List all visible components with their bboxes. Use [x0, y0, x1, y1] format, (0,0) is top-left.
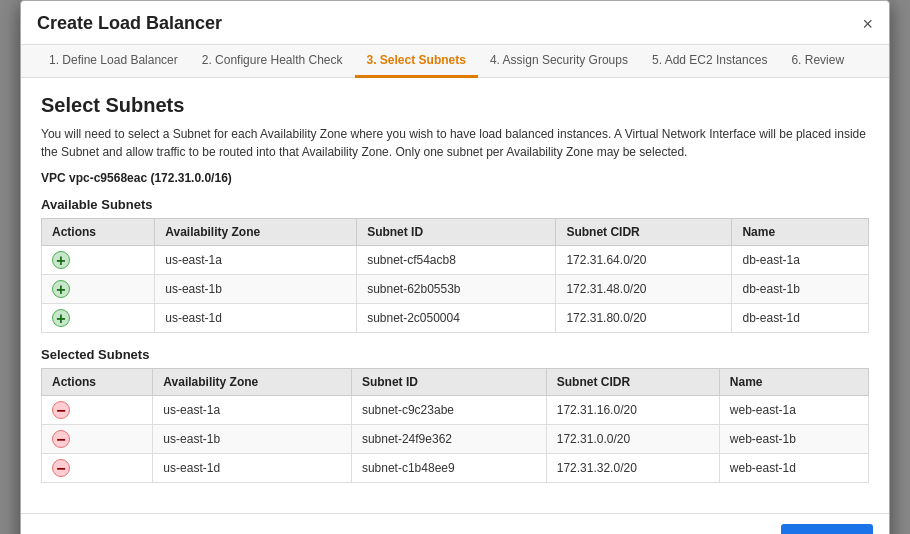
close-button[interactable]: × — [862, 15, 873, 33]
remove-subnet-1-button[interactable]: − — [52, 401, 70, 419]
available-az-2: us-east-1b — [155, 275, 357, 304]
tab-configure-health-check[interactable]: 2. Configure Health Check — [190, 45, 355, 78]
available-col-name: Name — [732, 219, 869, 246]
selected-col-name: Name — [719, 369, 868, 396]
modal-footer: Back Continue — [21, 513, 889, 534]
available-cidr-1: 172.31.64.0/20 — [556, 246, 732, 275]
selected-subnet-id-2: subnet-24f9e362 — [351, 425, 546, 454]
remove-subnet-2-button[interactable]: − — [52, 430, 70, 448]
page-title: Select Subnets — [41, 94, 869, 117]
available-col-subnet-id: Subnet ID — [357, 219, 556, 246]
selected-cidr-3: 172.31.32.0/20 — [546, 454, 719, 483]
page-description: You will need to select a Subnet for eac… — [41, 125, 869, 161]
available-cidr-3: 172.31.80.0/20 — [556, 304, 732, 333]
selected-az-1: us-east-1a — [153, 396, 352, 425]
selected-col-cidr: Subnet CIDR — [546, 369, 719, 396]
modal-body: Select Subnets You will need to select a… — [21, 78, 889, 513]
available-name-2: db-east-1b — [732, 275, 869, 304]
add-subnet-2-button[interactable]: + — [52, 280, 70, 298]
selected-row-1: − us-east-1a subnet-c9c23abe 172.31.16.0… — [42, 396, 869, 425]
continue-button[interactable]: Continue — [781, 524, 873, 534]
available-subnets-table: Actions Availability Zone Subnet ID Subn… — [41, 218, 869, 333]
selected-name-3: web-east-1d — [719, 454, 868, 483]
tab-review[interactable]: 6. Review — [779, 45, 856, 78]
available-subnet-id-2: subnet-62b0553b — [357, 275, 556, 304]
selected-az-3: us-east-1d — [153, 454, 352, 483]
available-col-az: Availability Zone — [155, 219, 357, 246]
selected-az-2: us-east-1b — [153, 425, 352, 454]
selected-row-3: − us-east-1d subnet-c1b48ee9 172.31.32.0… — [42, 454, 869, 483]
available-subnet-id-1: subnet-cf54acb8 — [357, 246, 556, 275]
tab-define-load-balancer[interactable]: 1. Define Load Balancer — [37, 45, 190, 78]
vpc-label: VPC vpc-c9568eac (172.31.0.0/16) — [41, 171, 869, 185]
available-row-3: + us-east-1d subnet-2c050004 172.31.80.0… — [42, 304, 869, 333]
available-cidr-2: 172.31.48.0/20 — [556, 275, 732, 304]
available-name-1: db-east-1a — [732, 246, 869, 275]
modal-header: Create Load Balancer × — [21, 1, 889, 45]
selected-subnet-id-1: subnet-c9c23abe — [351, 396, 546, 425]
create-load-balancer-modal: Create Load Balancer × 1. Define Load Ba… — [20, 0, 890, 534]
back-button[interactable]: Back — [724, 525, 773, 534]
available-row-2: + us-east-1b subnet-62b0553b 172.31.48.0… — [42, 275, 869, 304]
selected-name-1: web-east-1a — [719, 396, 868, 425]
available-subnets-title: Available Subnets — [41, 197, 869, 212]
available-az-1: us-east-1a — [155, 246, 357, 275]
selected-row-2: − us-east-1b subnet-24f9e362 172.31.0.0/… — [42, 425, 869, 454]
available-name-3: db-east-1d — [732, 304, 869, 333]
selected-col-az: Availability Zone — [153, 369, 352, 396]
add-subnet-1-button[interactable]: + — [52, 251, 70, 269]
selected-col-subnet-id: Subnet ID — [351, 369, 546, 396]
selected-name-2: web-east-1b — [719, 425, 868, 454]
available-col-actions: Actions — [42, 219, 155, 246]
tab-assign-security-groups[interactable]: 4. Assign Security Groups — [478, 45, 640, 78]
selected-cidr-1: 172.31.16.0/20 — [546, 396, 719, 425]
modal-title: Create Load Balancer — [37, 13, 222, 34]
selected-col-actions: Actions — [42, 369, 153, 396]
selected-subnet-id-3: subnet-c1b48ee9 — [351, 454, 546, 483]
selected-subnets-table: Actions Availability Zone Subnet ID Subn… — [41, 368, 869, 483]
tab-add-ec2-instances[interactable]: 5. Add EC2 Instances — [640, 45, 779, 78]
tab-bar: 1. Define Load Balancer 2. Configure Hea… — [21, 45, 889, 78]
selected-subnets-title: Selected Subnets — [41, 347, 869, 362]
remove-subnet-3-button[interactable]: − — [52, 459, 70, 477]
available-az-3: us-east-1d — [155, 304, 357, 333]
available-col-cidr: Subnet CIDR — [556, 219, 732, 246]
selected-cidr-2: 172.31.0.0/20 — [546, 425, 719, 454]
tab-select-subnets[interactable]: 3. Select Subnets — [355, 45, 478, 78]
available-subnet-id-3: subnet-2c050004 — [357, 304, 556, 333]
add-subnet-3-button[interactable]: + — [52, 309, 70, 327]
available-row-1: + us-east-1a subnet-cf54acb8 172.31.64.0… — [42, 246, 869, 275]
